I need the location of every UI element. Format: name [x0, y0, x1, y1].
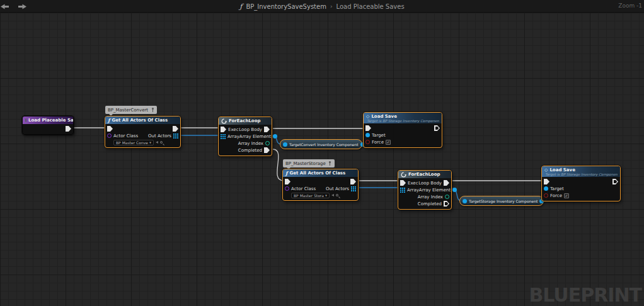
node-title: Load Save: [549, 167, 575, 173]
exec-in-pin[interactable]: [544, 179, 549, 184]
node-title: Get All Actors Of Class: [289, 171, 345, 176]
function-entry-icon: [25, 118, 26, 122]
array-element-pin[interactable]: [452, 188, 457, 192]
exec-in-pin[interactable]: [365, 125, 371, 131]
pin-label-array-element: Array Element: [419, 188, 451, 193]
variable-name: Storage Inventory Component: [481, 199, 538, 203]
function-call-icon: ◇: [366, 114, 369, 119]
pin-label-target: Target: [289, 142, 301, 147]
target-pin[interactable]: [283, 142, 287, 147]
comment-bubble-storage[interactable]: BP_MasterStorage: [283, 159, 335, 167]
variable-node-storage-inventory-component[interactable]: Target Storage Inventory Component: [459, 196, 544, 206]
node-header: ◇ Load Save Target is BP Storage Invento…: [542, 166, 620, 177]
exec-in-pin[interactable]: [107, 126, 113, 132]
node-title: Load Placeable Saves: [28, 118, 73, 123]
pin-icon[interactable]: [328, 161, 332, 166]
exec-in-pin[interactable]: [221, 127, 226, 132]
force-checkbox[interactable]: ✓: [564, 193, 569, 198]
node-get-all-actors-of-class-1[interactable]: ƒ Get All Actors Of Class Actor Class Ou…: [105, 116, 181, 148]
comment-bubble-convert[interactable]: BP_MasterConvert: [105, 106, 157, 114]
breadcrumb-blueprint[interactable]: BP_InventorySaveSystem: [246, 3, 326, 10]
loop-icon: [221, 118, 227, 124]
chevron-right-icon: ›: [330, 3, 333, 9]
target-pin[interactable]: [365, 133, 370, 137]
force-pin[interactable]: [365, 140, 370, 144]
variable-name: Convert Inventory Component: [301, 142, 359, 147]
pin-label-exec: Exec: [408, 181, 418, 186]
target-pin[interactable]: [463, 199, 467, 203]
title-bar: ƒ BP_InventorySaveSystem › Load Placeabl…: [0, 0, 644, 13]
class-select-dropdown[interactable]: BP Master Conve ▼: [113, 140, 154, 145]
completed-pin[interactable]: [444, 201, 449, 207]
node-foreachloop-1[interactable]: ForEachLoop Exec Loop Body Array Array E…: [218, 116, 272, 156]
loop-body-pin[interactable]: [444, 180, 449, 186]
array-index-pin[interactable]: [445, 195, 449, 199]
actor-class-pin[interactable]: [107, 133, 112, 138]
pin-label-completed: Completed: [238, 148, 262, 153]
breadcrumb: ƒ BP_InventorySaveSystem › Load Placeabl…: [0, 0, 644, 13]
function-icon: ƒ: [239, 3, 242, 11]
comment-text: BP_MasterStorage: [285, 161, 326, 166]
node-foreachloop-2[interactable]: ForEachLoop Exec Loop Body Array Array E…: [398, 170, 452, 210]
pin-label-array-index: Array Index: [238, 141, 263, 146]
actor-class-pin[interactable]: [285, 186, 289, 191]
node-header: Load Placeable Saves: [23, 116, 73, 124]
node-get-all-actors-of-class-2[interactable]: ƒ Get All Actors Of Class Actor Class Ou…: [282, 169, 359, 201]
browse-icon[interactable]: [336, 194, 338, 196]
exec-in-pin[interactable]: [400, 180, 406, 186]
target-pin[interactable]: [544, 186, 548, 191]
array-element-pin[interactable]: [273, 134, 277, 139]
pin-label-loop-body: Loop Body: [418, 181, 442, 186]
dropdown-caret-icon: ▼: [325, 194, 327, 197]
browse-icon[interactable]: [160, 141, 163, 144]
pin-label-loop-body: Loop Body: [239, 127, 262, 132]
exec-out-pin[interactable]: [173, 126, 178, 132]
node-header: ForEachLoop: [398, 171, 451, 178]
pin-label-exec: Exec: [228, 127, 239, 132]
pin-label-target: Target: [550, 186, 564, 191]
node-load-placeable-saves-entry[interactable]: Load Placeable Saves: [22, 116, 74, 135]
node-subtitle: Target is BP Storage Inventory Component: [545, 173, 618, 176]
exec-in-pin[interactable]: [285, 179, 290, 184]
node-header: ƒ Get All Actors Of Class: [105, 116, 180, 124]
array-out-pin[interactable]: [351, 186, 356, 191]
node-load-save-1[interactable]: ◇ Load Save Target is BP Storage Invento…: [363, 112, 442, 148]
node-title: Load Save: [371, 114, 397, 119]
node-header: ƒ Get All Actors Of Class: [283, 169, 358, 177]
pin-label-array-element: Array Element: [239, 134, 271, 139]
array-out-pin[interactable]: [173, 133, 178, 139]
variable-node-convert-inventory-component[interactable]: Target Convert Inventory Component: [280, 139, 362, 149]
exec-out-pin[interactable]: [434, 125, 440, 131]
class-select-dropdown[interactable]: BP Master Stora ▼: [291, 193, 330, 198]
pin-label-force: Force: [372, 140, 384, 145]
exec-out-pin[interactable]: [612, 179, 618, 184]
comment-text: BP_MasterConvert: [108, 108, 148, 113]
function-call-icon: ◇: [544, 167, 548, 173]
use-selected-icon[interactable]: [156, 141, 158, 144]
exec-out-pin[interactable]: [66, 126, 71, 132]
pin-label-array-index: Array Index: [418, 195, 443, 200]
loop-body-pin[interactable]: [264, 127, 270, 132]
node-subtitle: Target is BP Storage Inventory Component: [367, 119, 439, 123]
pin-label-force: Force: [550, 193, 562, 198]
class-select-value: BP Master Conve: [116, 140, 148, 145]
class-select-value: BP Master Stora: [294, 193, 324, 198]
check-icon: ✓: [565, 194, 568, 198]
node-load-save-2[interactable]: ◇ Load Save Target is BP Storage Invento…: [541, 166, 621, 201]
exec-out-pin[interactable]: [350, 179, 356, 184]
force-pin[interactable]: [544, 193, 548, 198]
node-header: ◇ Load Save Target is BP Storage Invento…: [364, 113, 442, 123]
force-checkbox[interactable]: ✓: [386, 140, 391, 145]
pin-icon[interactable]: [151, 108, 154, 113]
breadcrumb-function[interactable]: Load Placeable Saves: [336, 3, 405, 10]
array-in-pin[interactable]: [400, 188, 405, 193]
function-icon: ƒ: [108, 117, 110, 123]
completed-pin[interactable]: [264, 147, 270, 153]
array-index-pin[interactable]: [265, 141, 270, 145]
use-selected-icon[interactable]: [331, 194, 334, 196]
array-in-pin[interactable]: [221, 134, 226, 139]
node-title: Get All Actors Of Class: [112, 118, 168, 123]
node-title: ForEachLoop: [229, 118, 261, 123]
node-title: ForEachLoop: [408, 172, 440, 177]
pin-label-out-actors: Out Actors: [148, 133, 171, 139]
